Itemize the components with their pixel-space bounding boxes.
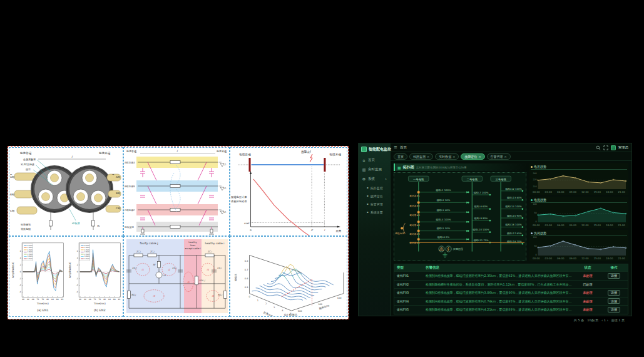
tab-告警管理[interactable]: 告警管理× [487, 153, 511, 160]
sidebar-subitem-故障定位[interactable]: ▪故障定位 [359, 192, 390, 200]
avatar[interactable] [611, 145, 616, 150]
table-row[interactable]: 馈线F05检测到B相接地故障，双端行波测距结果约4.21km，置信度89%，建议… [394, 305, 628, 314]
tab-故障定位[interactable]: 故障定位× [461, 153, 484, 160]
breaker-node[interactable] [417, 191, 420, 194]
feeder-label: 线路L13 80% [507, 196, 522, 199]
load-label-b: Zₗ [224, 187, 226, 190]
xtick-label: 15:00 [593, 224, 601, 227]
figure-3d-surface: 0.8 0.7 0.6 0.5 幅值比 0 1 2 3 4 5 距离/km 10… [230, 236, 347, 317]
screenshot-canvas: l 电缆首端 电缆末端 金属 [0, 0, 644, 357]
detail-button[interactable]: 详情 [608, 290, 620, 296]
submenu-label: 系统设置 [371, 210, 383, 214]
cell-action: 详情 [600, 307, 628, 313]
sidebar-item-首页[interactable]: ⌂首页 [359, 155, 390, 165]
search-icon[interactable] [596, 145, 601, 150]
svg-text:84: 84 [51, 298, 54, 301]
breaker-node[interactable] [417, 201, 420, 204]
breadcrumb[interactable]: 首页 [400, 145, 407, 150]
svg-text:4: 4 [76, 257, 78, 259]
close-icon[interactable]: × [478, 155, 481, 158]
table-row[interactable]: 馈线F04检测到A相接地故障，双端行波测距结果约0.74km，置信度95%，建议… [394, 297, 628, 306]
tab-首页[interactable]: 首页 [394, 153, 407, 160]
svg-text:72: 72 [37, 298, 39, 301]
surf-caption: (b) 幅值比 [284, 313, 298, 316]
svg-text:88: 88 [56, 298, 59, 301]
detail-button[interactable]: 详情 [608, 298, 620, 304]
region-faulty-label: faulty cable j [140, 242, 158, 245]
svg-text:2.5km: 2.5km [84, 253, 89, 256]
region-healthy-cable [202, 239, 228, 313]
svg-text:100: 100 [533, 203, 536, 205]
table-row[interactable]: 馈线F03检测到C相接地故障，双端行波测距结果约3.86km，置信度90%，建议… [394, 288, 628, 297]
feeder-label: 线路L17 85% [507, 232, 522, 235]
collapse-menu-icon[interactable]: ≡ [394, 145, 397, 150]
svg-text:210: 210 [533, 185, 536, 188]
panel-subtitle: 实时展示配电网拓扑结构与故障定位结果 [416, 166, 467, 169]
svg-text:0.5km: 0.5km [84, 244, 89, 247]
ztick-06: 0.6 [245, 277, 248, 280]
tab-线路监测[interactable]: 线路监测× [409, 153, 433, 160]
xtick-label: 12:00 [581, 257, 589, 260]
breaker-node[interactable] [417, 230, 420, 232]
main-area: ≡ 首页 管理员 首页线路监测×实时数据×故障定位×告警管理× [391, 143, 631, 316]
cell-action: 详情 [600, 298, 628, 304]
svg-text:-4: -4 [76, 284, 78, 287]
svg-text:88: 88 [113, 298, 115, 301]
detail-button[interactable]: 详情 [608, 307, 620, 313]
feeder-label: 线路L7 100% [474, 191, 489, 194]
topology-canvas: 进线电源一号母线断路器#1线路L1 100%断路器#2线路L2 50%断路器#3… [394, 172, 526, 261]
chart-title: 电流趋势 [534, 198, 546, 202]
menu-icon: ⌂ [362, 158, 366, 162]
svg-text:80: 80 [46, 298, 49, 301]
feeder-label: 线路L5 50% [437, 227, 451, 230]
fullscreen-icon[interactable] [603, 145, 608, 150]
table-row[interactable]: 馈线F02检测到B相瞬时性接地扰动，系统自动复归，测距结果约1.12km，置信度… [394, 280, 628, 289]
svg-text:2: 2 [20, 264, 21, 266]
menu-label: 首页 [368, 158, 375, 162]
logo-row: 智能配电监控 [359, 143, 390, 155]
breaker-node[interactable] [417, 211, 420, 214]
band-b-label: B相导体B [125, 185, 135, 188]
alarm-table: 类型告警信息状态操作 馈线F01检测到A相接地故障，双端行波测距结果约2.35k… [394, 264, 628, 314]
close-icon[interactable]: × [504, 155, 507, 158]
sidebar-subitem-告警管理[interactable]: ▪告警管理 [359, 200, 390, 208]
svg-text:-2: -2 [19, 277, 21, 280]
svg-text:-2: -2 [76, 277, 78, 280]
svg-text:三号母线: 三号母线 [496, 178, 507, 181]
chart-card-负荷趋势: 负荷趋势10050000:0003:0006:0009:0012:0015:00… [529, 230, 628, 261]
sidebar-item-实时监测[interactable]: ▥实时监测 [359, 165, 390, 174]
app-title: 智能配电监控 [369, 147, 391, 152]
xtick-label: 06:00 [557, 190, 565, 194]
topbar-right: 管理员 [596, 145, 629, 150]
table-row[interactable]: 馈线F01检测到A相接地故障，双端行波测距结果约2.35km，置信度92%，建议… [394, 271, 628, 280]
breaker-node[interactable] [417, 238, 420, 241]
detail-button[interactable]: 详情 [608, 273, 620, 279]
svg-text:(a) EN1: (a) EN1 [37, 308, 49, 312]
phase-c-right: C相 [116, 207, 120, 210]
svg-text:0: 0 [20, 271, 21, 273]
svg-text:50: 50 [534, 245, 536, 247]
tab-label: 告警管理 [491, 155, 503, 158]
load-label-c: Zₗ [224, 211, 226, 214]
curve-ylabel-1: 双端电压计算 [231, 195, 247, 199]
submenu-label: 拓扑监控 [371, 186, 383, 190]
tab-实时数据[interactable]: 实时数据× [435, 153, 459, 160]
chart-legend-dot [531, 232, 533, 234]
svg-text:76: 76 [41, 298, 44, 301]
svg-text:6: 6 [20, 250, 21, 252]
xtick-label: 18:00 [606, 257, 613, 260]
cell-action: 详情 [600, 273, 628, 279]
figure-fault-curve: 电缆首端 电缆末端 故障点f 双端电压计算 值差的绝对值 εset 0 lf l [230, 147, 347, 236]
sidebar-subitem-系统设置[interactable]: ▪系统设置 [359, 208, 390, 216]
phase-b-right: B相 [116, 192, 120, 195]
close-icon[interactable]: × [427, 155, 429, 158]
close-icon[interactable]: × [452, 155, 455, 158]
pagination[interactable]: 共 5 条 10条/页 ‹ 1 › 前往 1 页 [394, 317, 628, 322]
sidebar-item-系统[interactable]: ⚙系统∧ [359, 174, 390, 184]
ztick-07: 0.7 [245, 269, 248, 271]
breaker-node[interactable] [417, 220, 420, 223]
ztick-05: 0.5 [245, 286, 248, 289]
cell-message: 检测到C相接地故障，双端行波测距结果约3.86km，置信度90%，建议巡检人员尽… [423, 291, 575, 294]
sidebar-subitem-拓扑监控[interactable]: ▪拓扑监控 [359, 184, 390, 192]
xtick-label: 12:00 [581, 190, 589, 194]
